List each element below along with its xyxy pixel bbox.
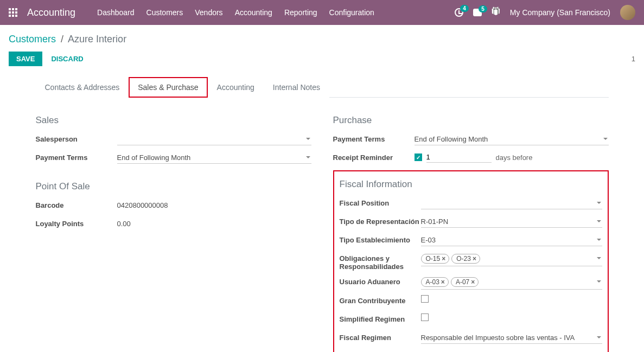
salesperson-label: Salesperson xyxy=(36,133,117,143)
simplified-regimen-checkbox[interactable] xyxy=(421,313,429,321)
menu-configuration[interactable]: Configuration xyxy=(329,8,374,17)
form-sheet: Contacts & Addresses Sales & Purchase Ac… xyxy=(29,77,615,352)
menu-reporting[interactable]: Reporting xyxy=(284,8,317,17)
remove-tag-icon[interactable]: × xyxy=(473,255,476,263)
tipo-establecimiento-input[interactable]: E-03 xyxy=(421,234,602,246)
activities-badge: 4 xyxy=(460,5,469,12)
obligaciones-label: Obligaciones y Responsabilidades xyxy=(340,253,421,271)
breadcrumb-parent[interactable]: Customers xyxy=(9,34,56,44)
right-column: Purchase Payment Terms End of Following … xyxy=(333,111,609,352)
user-avatar[interactable] xyxy=(620,5,635,20)
barcode-value[interactable]: 0420800000008 xyxy=(117,200,311,211)
tag-o23: O-23× xyxy=(451,254,480,264)
fiscal-regimen-input[interactable]: Responsable del Impuesto sobre las venta… xyxy=(421,332,602,344)
menu-customers[interactable]: Customers xyxy=(146,8,183,17)
section-sales-title: Sales xyxy=(36,115,311,126)
menu-dashboard[interactable]: Dashboard xyxy=(97,8,135,17)
navbar-right: 4 5 My Company (San Francisco) xyxy=(455,5,635,20)
receipt-reminder-days-input[interactable] xyxy=(426,152,492,163)
fiscal-position-input[interactable] xyxy=(421,197,602,209)
content-area: Customers / Azure Interior SAVE DISCARD … xyxy=(0,25,644,352)
discard-button[interactable]: DISCARD xyxy=(51,55,83,63)
usuario-aduanero-label: Usuario Aduanero xyxy=(340,276,421,286)
sales-payment-terms-label: Payment Terms xyxy=(36,152,117,162)
loyalty-value[interactable]: 0.00 xyxy=(117,218,311,229)
breadcrumb-separator: / xyxy=(61,34,63,44)
fiscal-position-label: Fiscal Position xyxy=(340,197,421,207)
remove-tag-icon[interactable]: × xyxy=(441,278,445,286)
fiscal-info-highlight: Fiscal Information Fiscal Position Tipo … xyxy=(333,170,609,352)
fiscal-regimen-label: Fiscal Regimen xyxy=(340,332,421,342)
remove-tag-icon[interactable]: × xyxy=(442,255,445,263)
usuario-aduanero-input[interactable]: A-03× A-07× xyxy=(421,276,602,290)
form-columns: Sales Salesperson Payment Terms End of F… xyxy=(36,111,609,352)
app-title[interactable]: Accounting xyxy=(27,7,75,18)
breadcrumb: Customers / Azure Interior xyxy=(9,34,635,45)
sales-payment-terms-input[interactable]: End of Following Month xyxy=(117,152,311,164)
gran-contribuyente-checkbox[interactable] xyxy=(421,295,429,303)
gran-contribuyente-label: Gran Contribuyente xyxy=(340,295,421,305)
menu-accounting[interactable]: Accounting xyxy=(235,8,272,17)
tab-sales-purchase[interactable]: Sales & Purchase xyxy=(129,77,207,98)
activities-icon[interactable]: 4 xyxy=(455,8,463,17)
left-column: Sales Salesperson Payment Terms End of F… xyxy=(36,111,311,352)
messages-icon[interactable]: 5 xyxy=(473,9,482,16)
tab-internal-notes[interactable]: Internal Notes xyxy=(264,77,329,98)
company-switcher[interactable]: My Company (San Francisco) xyxy=(510,8,610,17)
tipo-establecimiento-label: Tipo Establecimiento xyxy=(340,234,421,244)
tab-contacts-addresses[interactable]: Contacts & Addresses xyxy=(36,77,129,98)
menu-vendors[interactable]: Vendors xyxy=(195,8,222,17)
loyalty-label: Loyalty Points xyxy=(36,218,117,228)
tipo-representacion-input[interactable]: R-01-PN xyxy=(421,216,602,228)
receipt-reminder-label: Receipt Reminder xyxy=(333,152,415,162)
simplified-regimen-label: Simplified Regimen xyxy=(340,313,421,323)
main-menu: Dashboard Customers Vendors Accounting R… xyxy=(97,8,455,17)
apps-menu-icon[interactable] xyxy=(9,8,17,17)
section-fiscal-title: Fiscal Information xyxy=(340,179,602,190)
section-pos-title: Point Of Sale xyxy=(36,181,311,192)
receipt-reminder-suffix: days before xyxy=(496,153,533,162)
gift-icon[interactable] xyxy=(492,9,500,16)
tag-a03: A-03× xyxy=(421,277,449,287)
tab-bar: Contacts & Addresses Sales & Purchase Ac… xyxy=(36,77,609,98)
purchase-payment-terms-label: Payment Terms xyxy=(333,133,415,143)
tab-accounting[interactable]: Accounting xyxy=(208,77,264,98)
remove-tag-icon[interactable]: × xyxy=(471,278,475,286)
breadcrumb-current: Azure Interior xyxy=(68,34,126,44)
tipo-representacion-label: Tipo de Representación xyxy=(340,216,421,226)
top-navbar: Accounting Dashboard Customers Vendors A… xyxy=(0,0,644,25)
action-bar: SAVE DISCARD 1 xyxy=(9,52,635,66)
receipt-reminder-checkbox[interactable] xyxy=(415,153,422,161)
purchase-payment-terms-input[interactable]: End of Following Month xyxy=(415,133,609,145)
section-purchase-title: Purchase xyxy=(333,115,609,126)
save-button[interactable]: SAVE xyxy=(9,52,42,66)
tag-o15: O-15× xyxy=(421,254,450,264)
pager[interactable]: 1 xyxy=(632,55,635,63)
obligaciones-input[interactable]: O-15× O-23× xyxy=(421,253,602,266)
salesperson-input[interactable] xyxy=(117,133,311,145)
messages-badge: 5 xyxy=(479,5,487,12)
tag-a07: A-07× xyxy=(451,277,479,287)
barcode-label: Barcode xyxy=(36,200,117,209)
